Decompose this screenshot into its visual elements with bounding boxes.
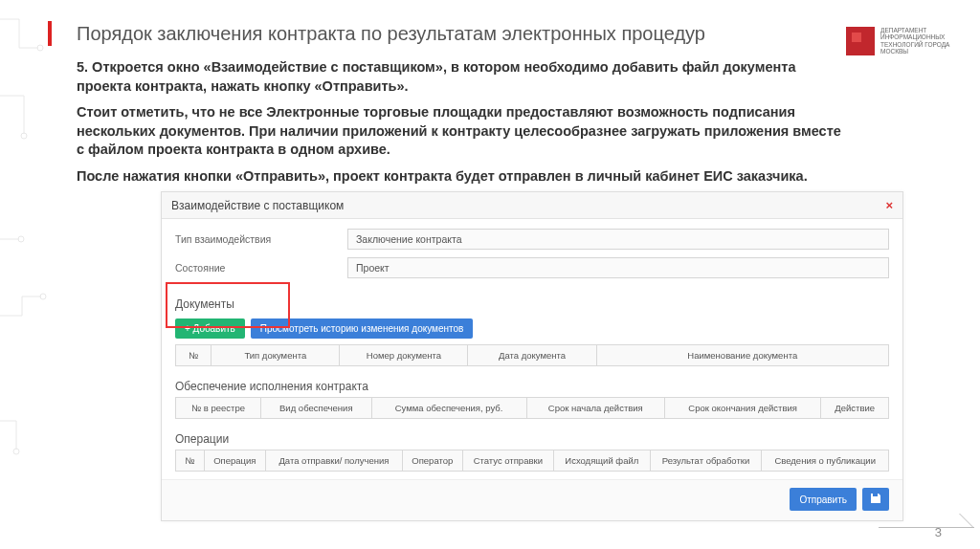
docs-col-number: Номер документа <box>340 345 468 366</box>
docs-col-date: Дата документа <box>468 345 596 366</box>
type-label: Тип взаимодействия <box>175 233 347 245</box>
docs-col-num: № <box>176 345 212 366</box>
assur-col-4: Срок начала действия <box>526 398 664 419</box>
docs-col-type: Тип документа <box>212 345 340 366</box>
ops-col-1: № <box>176 450 205 472</box>
ops-col-8: Сведения о публикации <box>762 450 889 472</box>
svg-point-3 <box>40 294 46 299</box>
window-title: Взаимодействие с поставщиком <box>171 199 344 212</box>
assur-col-1: № в реестре <box>176 398 261 419</box>
state-value: Проект <box>347 257 889 278</box>
window-header: Взаимодействие с поставщиком × <box>162 192 902 219</box>
operations-section-title: Операции <box>162 427 902 450</box>
ops-col-3: Дата отправки/ получения <box>265 450 402 472</box>
paragraph-3: После нажатия кнопки «Отправить», проект… <box>77 167 846 187</box>
paragraph-1: 5. Откроется окно «Взаимодействие с пост… <box>77 58 846 96</box>
close-icon[interactable]: × <box>885 198 893 212</box>
save-icon <box>870 493 881 504</box>
assurance-table: № в реестре Вид обеспечения Сумма обеспе… <box>175 397 889 419</box>
assur-col-2: Вид обеспечения <box>261 398 371 419</box>
slide-title: Порядок заключения контракта по результа… <box>77 23 846 45</box>
view-history-button[interactable]: Просмотреть историю изменения документов <box>251 318 474 339</box>
type-value: Заключение контракта <box>347 229 889 250</box>
docs-col-name: Наименование документа <box>596 345 888 366</box>
documents-section-title: Документы <box>162 292 902 315</box>
assurance-section-title: Обеспечение исполнения контракта <box>162 374 902 397</box>
documents-table: № Тип документа Номер документа Дата док… <box>175 344 889 366</box>
ops-col-5: Статус отправки <box>462 450 553 472</box>
ops-col-2: Операция <box>204 450 265 472</box>
save-icon-button[interactable] <box>862 488 889 511</box>
ops-col-7: Результат обработки <box>650 450 762 472</box>
state-label: Состояние <box>175 262 347 274</box>
assur-col-3: Сумма обеспечения, руб. <box>371 398 526 419</box>
send-button[interactable]: Отправить <box>790 488 857 511</box>
operations-table: № Операция Дата отправки/ получения Опер… <box>175 450 889 472</box>
assur-col-6: Действие <box>821 398 889 419</box>
ops-col-4: Оператор <box>402 450 462 472</box>
ops-col-6: Исходящий файл <box>553 450 650 472</box>
svg-point-2 <box>18 236 24 242</box>
add-document-button[interactable]: + Добавить <box>175 318 245 339</box>
title-accent-bar <box>48 21 52 46</box>
svg-point-4 <box>13 449 19 454</box>
assur-col-5: Срок окончания действия <box>664 398 820 419</box>
paragraph-2: Стоит отметить, что не все Электронные т… <box>77 103 846 160</box>
app-window: Взаимодействие с поставщиком × Тип взаим… <box>161 191 903 521</box>
